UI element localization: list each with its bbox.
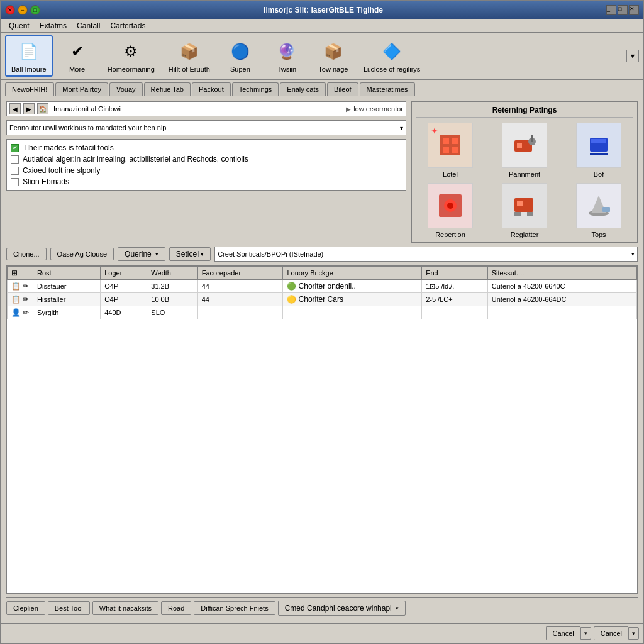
menu-extatms[interactable]: Extatms [35, 20, 72, 31]
tab-enaly[interactable]: Enaly cats [280, 82, 326, 96]
cancel2-dropdown[interactable]: Cancel ▾ [594, 626, 639, 640]
cancel1-button[interactable]: Cancel [546, 626, 580, 640]
row3-loger: 440D [101, 306, 147, 319]
col-header-loger[interactable]: Loger [101, 267, 147, 280]
icon-tops[interactable]: Tops [564, 183, 633, 238]
best-tool-button[interactable]: Best Tool [48, 601, 90, 615]
row2-doc-icon: 📋 [11, 295, 21, 304]
toolbar-btn-ball-imoure[interactable]: 📄 Ball Imoure [5, 35, 53, 77]
tab-techmings[interactable]: Techmings [232, 82, 279, 96]
tab-masteratimes[interactable]: Masteratimes [360, 82, 415, 96]
cleplien-button[interactable]: Cleplien [6, 601, 45, 615]
option-3-checkbox[interactable] [11, 167, 19, 175]
menubar: Quent Extatms Cantall Cartertads [1, 19, 643, 33]
svg-rect-11 [590, 153, 608, 155]
toolbar-label-twsiin: Twsiin [277, 65, 297, 73]
what-it-button[interactable]: What it nacaksits [92, 601, 158, 615]
icon-lotel[interactable]: ✦ Lotel [416, 123, 485, 178]
path-back-button[interactable]: ◀ [9, 103, 21, 114]
diffican-button[interactable]: Diffican Sprech Fniets [194, 601, 275, 615]
townage-icon: 📦 [321, 39, 346, 64]
cancel2-button[interactable]: Cancel [594, 626, 628, 640]
row2-status-icon: 🟡 [287, 295, 296, 304]
table-row[interactable]: 📋 ✏ Disstauer O4P 31.2B 44 🟢 Chorlter on… [8, 280, 637, 293]
toolbar-label-townage: Tow nage [318, 65, 348, 73]
tab-packout[interactable]: Packout [192, 82, 231, 96]
toolbar-overflow-button[interactable]: ▾ [626, 50, 639, 62]
col-header-louory[interactable]: Louory Brickge [283, 267, 422, 280]
tab-refiue[interactable]: Refiue Tab [144, 82, 191, 96]
minimize-button[interactable]: − [18, 5, 28, 15]
repertion-icon-box [428, 183, 473, 228]
filter-dropdown[interactable]: Fennoutor u:wil workious to mandated you… [6, 120, 406, 135]
icon-bof[interactable]: Bof [564, 123, 633, 178]
data-table[interactable]: ⊞ Rost Loger Wedth Facorepader Louory Br… [6, 265, 638, 594]
col-header-facorepader[interactable]: Facorepader [197, 267, 283, 280]
row3-facorepader [197, 306, 283, 319]
table-row[interactable]: 👤 ✏ Syrgith 440D SLO [8, 306, 637, 319]
close-button[interactable]: ✕ [5, 5, 15, 15]
row2-icons: 📋 ✏ [8, 293, 33, 306]
tab-newofrlh[interactable]: NewoFRlH! [5, 82, 54, 96]
col-header-rost[interactable]: Rost [33, 267, 101, 280]
icon-pannment[interactable]: Pannment [490, 123, 559, 178]
path-home-button[interactable]: 🏠 [37, 103, 48, 114]
svg-rect-18 [527, 212, 533, 216]
menu-quent[interactable]: Quent [4, 20, 35, 31]
chone-button[interactable]: Chone... [6, 248, 47, 260]
toolbar-btn-hillt[interactable]: 📦 Hillt of Eruuth [163, 36, 216, 76]
cancel1-arrow-button[interactable]: ▾ [580, 627, 591, 640]
row1-rost: Disstauer [33, 280, 101, 293]
path-forward-button[interactable]: ▶ [23, 103, 35, 114]
toolbar-btn-townage[interactable]: 📦 Tow nage [311, 36, 355, 76]
footer-bar: Cancel ▾ Cancel ▾ [1, 623, 643, 643]
cancel2-arrow-button[interactable]: ▾ [628, 627, 639, 640]
lotel-icon-box: ✦ [428, 123, 473, 168]
toolbar-btn-more[interactable]: ✔ More [55, 36, 99, 76]
toolbar-btn-supen[interactable]: 🔵 Supen [218, 36, 262, 76]
col-header-icon[interactable]: ⊞ [8, 267, 33, 280]
tab-mont-palrtoy[interactable]: Mont Palrtoy [55, 82, 108, 96]
toolbar-label-hillt: Hillt of Eruuth [169, 65, 210, 73]
regiatter-icon-box [502, 183, 547, 228]
titlebar-btn-3[interactable]: ✕ [629, 5, 639, 15]
toolbar-btn-homeormaning[interactable]: ⚙ Homeormaning [102, 36, 160, 76]
repertion-svg [434, 189, 467, 222]
table-row[interactable]: 📋 ✏ Hisstaller O4P 10 0B 44 🟡 Chorlter C… [8, 293, 637, 306]
filter-bar[interactable]: Creet Soriticals/BPOPi (IStefnade) ▾ [214, 247, 638, 262]
lotel-svg [435, 130, 465, 160]
option-4-checkbox[interactable] [11, 178, 19, 186]
row2-louory: 🟡 Chorlter Cars [283, 293, 422, 306]
toolbar-label-more: More [69, 65, 85, 73]
option-1-checkbox[interactable]: ✔ [11, 144, 19, 152]
icon-regiatter[interactable]: Regiatter [490, 183, 559, 238]
pannment-svg [508, 129, 541, 162]
col-header-sitessut[interactable]: Sitessut.... [487, 267, 636, 280]
right-panel: Reterning Patings ✦ [411, 101, 638, 243]
road-button[interactable]: Road [161, 601, 191, 615]
menu-cartertads[interactable]: Cartertads [105, 20, 150, 31]
cmed-dropdown[interactable]: Cmed Candphi ceacore winhapl ▾ [278, 601, 406, 616]
col-header-wedth[interactable]: Wedth [147, 267, 197, 280]
maximize-button[interactable]: □ [30, 5, 40, 15]
querine-dropdown[interactable]: Querine ▾ [118, 247, 165, 261]
toolbar-btn-liclose[interactable]: 🔷 Li.close of regilirys [358, 36, 426, 76]
hillt-icon: 📦 [177, 39, 202, 64]
tab-vouay[interactable]: Vouay [109, 82, 143, 96]
menu-cantall[interactable]: Cantall [72, 20, 105, 31]
svg-rect-3 [443, 147, 449, 153]
pannment-icon-box [502, 123, 547, 168]
tab-bileof[interactable]: Bileof [327, 82, 358, 96]
option-row-2: Autlatioal alger:in acir imealing, actib… [11, 155, 402, 164]
icon-repertion[interactable]: Repertion [416, 183, 485, 238]
oase-button[interactable]: Oase Ag Clouse [50, 248, 114, 260]
cancel1-dropdown[interactable]: Cancel ▾ [546, 626, 591, 640]
setice-dropdown[interactable]: Setice ▾ [169, 247, 211, 261]
titlebar-btn-2[interactable]: □ [618, 5, 628, 15]
option-2-checkbox[interactable] [11, 155, 19, 164]
col-header-end[interactable]: End [422, 267, 488, 280]
svg-rect-4 [452, 147, 458, 153]
toolbar-btn-twsiin[interactable]: 🔮 Twsiin [265, 36, 309, 76]
titlebar-btn-1[interactable]: _ [606, 5, 616, 15]
option-1-label: Tlheir mades is totacil tools [23, 143, 114, 152]
